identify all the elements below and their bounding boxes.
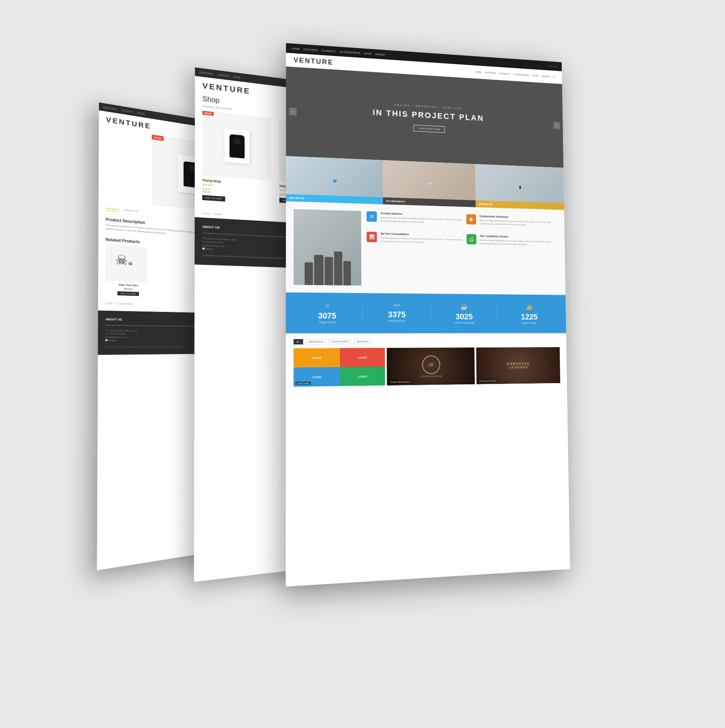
mid-footer-email-text: info@yourstore.com [205, 244, 225, 247]
speed-tasks-label: Speed / Tasks [499, 321, 559, 324]
stat-divider-1 [362, 302, 362, 324]
front-nav-features[interactable]: FEATURES [303, 48, 318, 51]
service-trusted-advisor: ⚙ Trusted Advisor We will work with you … [367, 211, 463, 225]
hero-section: ‹ DESIGN / BRANDING / SERVICES IN THIS P… [286, 66, 563, 167]
social-icons-group: t f i r [548, 64, 557, 68]
feature-box-3-label: What We Do [478, 203, 492, 206]
happy-clients-icon: ☺ [294, 302, 360, 309]
home-card: HOME FEATURES ELEMENTS IE WORDPRESS SHOP… [286, 43, 570, 586]
mid-bc-home[interactable]: HOME [202, 212, 210, 215]
breadcrumb-current: FLYING NINJA [117, 302, 134, 305]
search-icon[interactable]: 🔍 [553, 76, 555, 79]
silhouette-4 [334, 251, 342, 285]
manufacture-badge-group: LK CUSTOM MANUFACTURE [420, 355, 442, 377]
no-fee-icon: 📊 [367, 231, 377, 242]
front-nav-wordpress[interactable]: IE WORDPRESS [340, 50, 361, 54]
scene: FEATURES LAYOUTS BLOG VENTURE SALE! Desc… [94, 38, 631, 690]
front-nav2-wordpress[interactable]: IE WORDPRESS [513, 73, 529, 77]
shop-item-1-add-to-cart[interactable]: ADD TO CART [202, 195, 225, 202]
stat-divider-2 [430, 303, 431, 324]
service-no-fee-consultation: 📊 No Fee Consultation We will work with … [367, 231, 463, 245]
footer-skype-text: @skype [108, 339, 116, 341]
portfolio-item-leather[interactable]: EMBOSSEDLEATHER Embossed Leather [476, 347, 560, 384]
portfolio-tabs: ALL WEB DESIGN DEVELOPMENT BRANDING [294, 339, 559, 344]
stat-coffee: ☕ 3025 Coffee Consumed [433, 303, 495, 324]
feature-box-what-we-do[interactable]: 📱 What We Do [475, 164, 564, 210]
mid-footer-phone-text: (+84) 04 123 456 [205, 241, 222, 244]
instagram-icon[interactable]: i [553, 65, 554, 68]
tab-description[interactable]: Description [106, 207, 120, 212]
service-2-content: Customized Solutions We have helped thou… [479, 215, 558, 228]
happy-clients-number: 3075 [294, 311, 360, 321]
facebook-icon[interactable]: f [550, 64, 551, 67]
shop-item-flying-ninja: SALE! Flying Ninja ★★★★☆ $15.00 $12.00 A… [202, 111, 275, 207]
front-nav-widget[interactable]: WIDGET [375, 53, 385, 56]
portfolio-tab-web-design[interactable]: WEB DESIGN [306, 339, 326, 344]
logo-block-yellow: LOGO [294, 348, 340, 367]
portfolio-tab-development[interactable]: DEVELOPMENT [329, 339, 351, 344]
related-add-to-cart-button[interactable]: ADD TO CART [118, 291, 139, 296]
back-nav-layouts[interactable]: LAYOUTS [121, 109, 134, 113]
related-product-price: $15.00 [105, 287, 151, 291]
tablet-placeholder: 📱 [518, 185, 522, 189]
portfolio-item-manufacture[interactable]: LK CUSTOM MANUFACTURE Custom Manufacture [387, 348, 475, 385]
leather-text: EMBOSSEDLEATHER [507, 362, 530, 369]
manufacture-image: LK CUSTOM MANUFACTURE [387, 348, 475, 385]
twitter-icon[interactable]: t [548, 64, 548, 67]
customized-solutions-icon: 📋 [466, 214, 476, 225]
portfolio-item-logos[interactable]: LOGO LOGO LOGO LOGO Logo Design [294, 348, 385, 387]
silhouette-5 [343, 261, 351, 285]
shop-sale-badge: SALE! [202, 111, 214, 116]
portfolio-item-3-label: Embossed Leather [478, 379, 498, 382]
team-image [294, 209, 361, 286]
speed-tasks-number: 1225 [499, 312, 559, 322]
back-nav-blog[interactable]: BLOG [138, 111, 145, 115]
shop-ninja-figure [230, 134, 245, 159]
portfolio-tab-branding[interactable]: BRANDING [354, 339, 371, 344]
front-nav2-widget[interactable]: WIDGET [542, 75, 550, 78]
tab-reviews[interactable]: Reviews (0) [124, 208, 138, 214]
mid-nav-blog[interactable]: BLOG [233, 75, 240, 79]
front-nav2-elements[interactable]: ELEMENTS [499, 72, 510, 75]
feature-box-our-motivations[interactable]: 👔 Our Motivations [383, 160, 476, 207]
front-logo: VENTURE [294, 56, 333, 67]
silhouette-3 [325, 257, 333, 285]
leather-image: EMBOSSEDLEATHER [476, 347, 560, 384]
silhouette-2 [314, 255, 323, 285]
services-section: ⚙ Trusted Advisor We will work with you … [286, 201, 566, 295]
front-nav2-shop[interactable]: SHOP [533, 74, 538, 77]
service-3-desc: We will work with you FREE of charge to … [381, 236, 463, 245]
coffee-label: Coffee Consumed [433, 321, 495, 324]
stat-divider-3 [497, 303, 497, 324]
front-nav2-features[interactable]: FEATURES [485, 71, 496, 74]
services-grid: ⚙ Trusted Advisor We will work with you … [367, 211, 558, 252]
front-nav2-home[interactable]: HOME [475, 71, 481, 74]
mid-nav-layouts[interactable]: LAYOUTS [217, 73, 229, 77]
coffee-number: 3025 [433, 312, 495, 321]
hero-prev-arrow[interactable]: ‹ [289, 108, 297, 116]
back-nav-features[interactable]: FEATURES [103, 106, 117, 110]
portfolio-section: ALL WEB DESIGN DEVELOPMENT BRANDING LOGO… [286, 333, 567, 392]
rss-icon[interactable]: r [556, 65, 557, 68]
feature-box-who-we-are[interactable]: 👥 Who We Are [286, 156, 383, 204]
feature-box-1-label: Who We Are [289, 197, 305, 200]
speed-tasks-icon: 👍 [499, 303, 559, 311]
front-nav-elements[interactable]: ELEMENTS [321, 49, 336, 52]
stat-speed-tasks: 👍 1225 Speed / Tasks [499, 303, 559, 324]
related-product-image: ☠ [105, 244, 147, 283]
front-nav-home[interactable]: HOME [292, 47, 300, 50]
confident-choice-icon: 💰 [466, 234, 476, 244]
breadcrumb-home[interactable]: HOME [105, 302, 113, 305]
service-confident-choice: 💰 The Confident Choice We have helped th… [466, 234, 558, 247]
shop-item-1-image: SALE! [202, 111, 271, 181]
leather-badge-group: EMBOSSEDLEATHER [507, 362, 530, 369]
front-nav-shop[interactable]: SHOP [364, 52, 371, 55]
manufacture-text: CUSTOM MANUFACTURE [420, 375, 442, 377]
skull-icon: ☠ [115, 252, 138, 275]
portfolio-tab-all[interactable]: ALL [294, 339, 303, 344]
logo-block-green: LOGO [340, 367, 385, 386]
service-2-desc: We have helped thousands of consumers re… [479, 219, 558, 227]
hero-next-arrow[interactable]: › [553, 122, 560, 129]
mid-nav-features[interactable]: FEATURES [199, 71, 213, 75]
mid-bc-sep: > [212, 213, 213, 215]
